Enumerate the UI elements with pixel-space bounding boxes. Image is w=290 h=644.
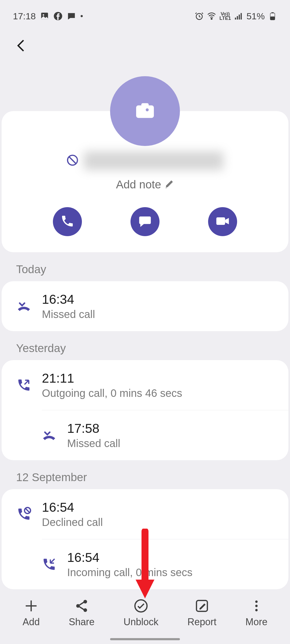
call-time: 16:54 xyxy=(42,500,103,515)
call-detail: Declined call xyxy=(42,516,103,528)
facebook-icon xyxy=(53,12,63,21)
unblock-button[interactable]: Unblock xyxy=(124,599,158,628)
video-call-button[interactable] xyxy=(208,207,237,236)
call-log-row[interactable]: 16:34Missed call xyxy=(2,281,288,331)
share-button[interactable]: Share xyxy=(69,599,95,628)
call-log-row[interactable]: 17:58Missed call xyxy=(42,410,288,460)
svg-point-24 xyxy=(255,605,258,607)
call-detail: Missed call xyxy=(42,308,95,320)
share-icon xyxy=(74,599,89,613)
back-button[interactable] xyxy=(13,38,277,55)
call-time: 21:11 xyxy=(42,371,182,386)
signal-icon xyxy=(234,12,243,21)
call-log-row[interactable]: 16:54Declined call xyxy=(2,489,288,539)
svg-rect-11 xyxy=(271,12,274,13)
pencil-icon xyxy=(165,178,174,191)
svg-point-18 xyxy=(76,604,80,608)
add-label: Add xyxy=(23,616,40,628)
outgoing-call-icon xyxy=(17,378,31,392)
camera-icon xyxy=(136,103,154,119)
gallery-icon xyxy=(40,12,49,21)
more-label: More xyxy=(245,616,267,628)
svg-rect-13 xyxy=(141,103,149,107)
svg-rect-12 xyxy=(136,105,154,118)
section-header: 12 September xyxy=(0,460,290,489)
missed-call-icon xyxy=(17,299,31,313)
phone-icon xyxy=(60,214,74,229)
message-button[interactable] xyxy=(130,207,160,236)
svg-point-21 xyxy=(135,600,147,612)
battery-icon xyxy=(268,12,277,21)
svg-point-14 xyxy=(146,108,149,111)
call-log-row[interactable]: 21:11Outgoing call, 0 mins 46 secs xyxy=(2,360,288,410)
call-log-row[interactable]: 16:54Incoming call, 0 mins secs xyxy=(42,539,288,589)
missed-call-icon xyxy=(42,428,56,442)
report-label: Report xyxy=(187,616,216,628)
svg-point-25 xyxy=(255,609,258,611)
unblock-label: Unblock xyxy=(124,616,158,628)
more-notifications-dot: • xyxy=(80,12,83,21)
video-icon xyxy=(215,214,230,230)
bottom-action-bar: Add Share Unblock Report More xyxy=(0,590,290,644)
report-icon xyxy=(195,599,209,613)
declined-call-icon xyxy=(17,507,31,521)
unblock-icon xyxy=(134,599,148,613)
call-detail: Missed call xyxy=(67,437,120,449)
svg-point-20 xyxy=(84,608,87,612)
svg-point-23 xyxy=(255,601,258,603)
incoming-call-icon xyxy=(42,557,56,572)
add-button[interactable]: Add xyxy=(23,599,40,628)
call-log-card: 16:54Declined call16:54Incoming call, 0 … xyxy=(2,489,288,589)
plus-icon xyxy=(24,599,38,613)
svg-rect-6 xyxy=(237,16,238,20)
section-header: Today xyxy=(0,252,290,281)
svg-point-19 xyxy=(84,600,87,604)
svg-rect-16 xyxy=(216,217,225,225)
svg-point-1 xyxy=(43,14,44,16)
voice-call-button[interactable] xyxy=(53,207,82,236)
volte-icon: Vo))LTE1 xyxy=(219,12,231,20)
battery-text: 51% xyxy=(247,11,265,21)
report-button[interactable]: Report xyxy=(187,599,216,628)
wifi-icon xyxy=(207,12,216,21)
call-time: 17:58 xyxy=(67,421,120,436)
contact-number-redacted xyxy=(84,151,223,170)
svg-rect-10 xyxy=(270,16,275,20)
call-log-card: 21:11Outgoing call, 0 mins 46 secs17:58M… xyxy=(2,360,288,460)
alarm-icon xyxy=(195,12,204,21)
call-time: 16:34 xyxy=(42,292,95,307)
nav-handle[interactable] xyxy=(110,638,180,640)
more-button[interactable]: More xyxy=(245,599,267,628)
chat-icon xyxy=(67,12,76,21)
contact-avatar[interactable] xyxy=(110,76,180,146)
status-time: 17:18 xyxy=(13,11,36,21)
call-time: 16:54 xyxy=(67,550,193,565)
call-detail: Incoming call, 0 mins secs xyxy=(67,566,193,579)
svg-rect-7 xyxy=(239,14,240,19)
message-icon xyxy=(138,214,152,229)
add-note-label: Add note xyxy=(116,178,161,191)
call-detail: Outgoing call, 0 mins 46 secs xyxy=(42,387,182,399)
status-bar: 17:18 • Vo))LTE1 51% xyxy=(0,0,290,27)
call-log-card: 16:34Missed call xyxy=(2,281,288,331)
add-note-button[interactable]: Add note xyxy=(12,178,278,191)
svg-point-4 xyxy=(211,18,212,19)
section-header: Yesterday xyxy=(0,331,290,360)
share-label: Share xyxy=(69,616,95,628)
more-icon xyxy=(249,599,264,613)
svg-rect-8 xyxy=(241,13,242,20)
blocked-icon xyxy=(67,154,78,167)
svg-rect-5 xyxy=(235,18,236,20)
